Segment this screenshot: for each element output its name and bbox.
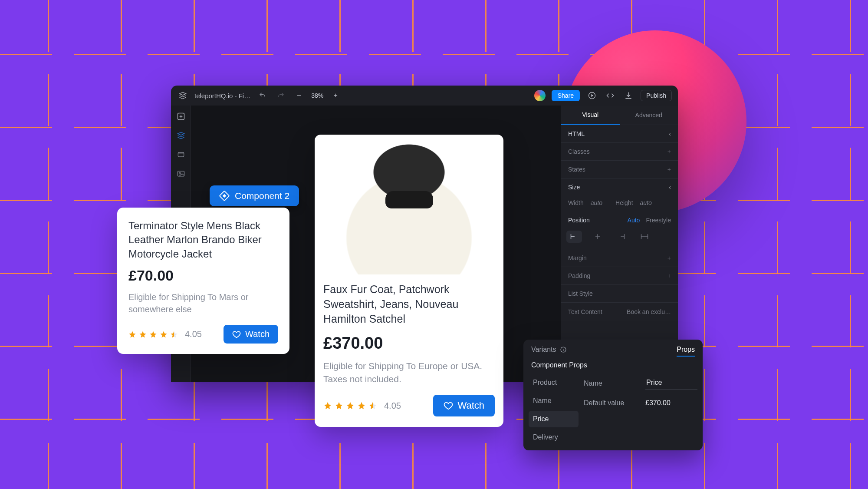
shipping-note: Eligible for Shipping To Europe or USA. … [323,360,495,385]
chevron-left-icon: ‹ [669,184,671,191]
star-icon [357,401,366,410]
heart-icon [444,401,453,410]
prop-item-price[interactable]: Price [529,411,579,427]
text-content-row[interactable]: Text Content Book an exclu… [561,303,678,320]
section-label: List Style [568,290,593,297]
section-html[interactable]: HTML ‹ [561,125,678,142]
preview-icon[interactable] [586,89,598,102]
svg-point-4 [179,173,180,174]
svg-rect-3 [178,171,184,176]
assets-icon[interactable] [175,149,187,160]
add-element-icon[interactable] [175,111,187,122]
section-label: Classes [568,148,590,155]
height-value[interactable]: auto [640,199,652,206]
star-icon [139,330,147,338]
tab-visual[interactable]: Visual [561,106,620,125]
align-row [561,228,678,249]
component-icon [219,191,230,201]
zoom-out-icon[interactable]: − [293,89,305,102]
props-tab[interactable]: Props [677,346,695,357]
undo-icon[interactable] [256,89,269,102]
product-price: £370.00 [323,334,495,353]
width-label: Width [568,199,584,206]
product-card-large: Faux Fur Coat, Patchwork Sweatshirt, Jea… [315,135,503,427]
plus-icon: + [667,166,671,173]
watch-label: Watch [457,400,484,411]
variants-label: Variants [531,346,556,354]
prop-default-label: Default value [584,399,636,407]
prop-item-product[interactable]: Product [529,374,579,391]
section-padding[interactable]: Padding + [561,267,678,284]
product-price: £70.00 [128,267,278,284]
star-icon [323,401,332,410]
rating: 4.05 [323,401,401,411]
props-panel: Variants Props Component Props Product N… [523,340,703,450]
star-icon [149,330,157,338]
section-margin[interactable]: Margin + [561,249,678,267]
project-title[interactable]: teleportHQ.io - Fi… [194,92,250,99]
props-list: Product Name Price Delivery [529,374,579,446]
variants-tab[interactable]: Variants [531,346,567,354]
image-asset-icon[interactable] [175,168,187,179]
download-icon[interactable] [622,89,635,102]
align-right-icon[interactable] [613,231,629,243]
zoom-level[interactable]: 38% [311,92,323,99]
watch-button[interactable]: Watch [224,325,278,344]
product-title: Terminator Style Mens Black Leather Marl… [128,219,278,261]
rating-value: 4.05 [384,401,401,411]
component-pill[interactable]: Component 2 [210,185,299,206]
section-label: Size [568,184,580,191]
share-button[interactable]: Share [552,90,580,101]
svg-rect-6 [223,194,226,198]
user-avatar[interactable] [534,90,546,101]
redo-icon[interactable] [275,89,287,102]
section-label: States [568,166,585,173]
product-title: Faux Fur Coat, Patchwork Sweatshirt, Jea… [323,282,495,326]
stage: teleportHQ.io - Fi… − 38% + Share Publis… [0,0,868,489]
watch-button[interactable]: Watch [433,395,495,416]
prop-item-name[interactable]: Name [529,393,579,409]
position-auto-option[interactable]: Auto [628,217,640,224]
section-states[interactable]: States + [561,160,678,178]
align-left-icon[interactable] [566,231,582,243]
star-icon [335,401,343,410]
watch-label: Watch [245,329,270,339]
position-freestyle-option[interactable]: Freestyle [646,217,671,224]
prop-name-label: Name [584,380,636,387]
app-logo-icon[interactable] [177,90,188,101]
section-label: Margin [568,254,587,261]
star-icon [346,401,355,410]
align-center-icon[interactable] [590,231,605,243]
star-half-icon [368,401,377,410]
text-content-label: Text Content [568,308,602,315]
shipping-note: Eligible for Shipping To Mars or somewhe… [128,291,278,315]
section-position: Position Auto Freestyle [561,212,678,228]
product-card-small: Terminator Style Mens Black Leather Marl… [117,208,289,354]
layers-icon[interactable] [175,130,187,141]
width-value[interactable]: auto [591,199,602,206]
code-icon[interactable] [604,89,616,102]
props-panel-title: Component Props [523,358,703,374]
publish-button[interactable]: Publish [641,90,672,101]
product-image [323,143,495,274]
section-classes[interactable]: Classes + [561,142,678,160]
align-stretch-icon[interactable] [637,231,652,243]
section-label: Padding [568,272,590,279]
plus-icon: + [667,272,671,279]
props-form: Name Price Default value £370.00 [584,374,697,446]
tab-advanced[interactable]: Advanced [620,106,678,125]
star-icon [128,330,136,338]
heart-icon [232,330,241,339]
svg-rect-2 [178,152,184,157]
section-size[interactable]: Size ‹ [561,178,678,196]
plus-icon: + [667,254,671,261]
section-liststyle[interactable]: List Style [561,284,678,303]
zoom-in-icon[interactable]: + [329,89,342,102]
component-pill-label: Component 2 [235,191,289,201]
text-content-value: Book an exclu… [627,308,671,315]
info-icon [560,346,567,353]
plus-icon: + [667,148,671,155]
prop-default-input[interactable]: £370.00 [645,399,671,407]
prop-name-input[interactable]: Price [645,377,697,390]
prop-item-delivery[interactable]: Delivery [529,429,579,446]
